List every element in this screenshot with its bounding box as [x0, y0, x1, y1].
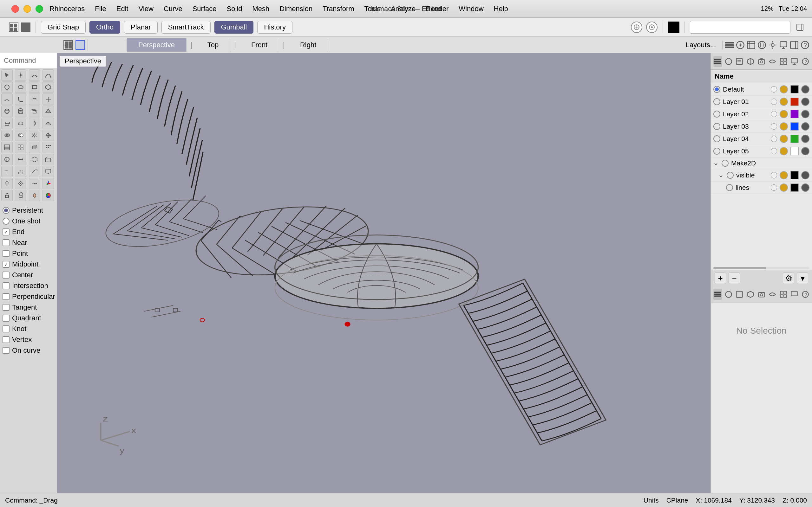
- layer-render-02[interactable]: [801, 110, 809, 118]
- flow-tool[interactable]: [29, 178, 40, 189]
- snap-intersection[interactable]: Intersection: [3, 280, 54, 291]
- dim-tool[interactable]: 3.5: [15, 166, 26, 177]
- render-settings-icon[interactable]: [779, 41, 788, 49]
- sphere-tool[interactable]: [1, 106, 13, 117]
- panel-toggle-right[interactable]: [794, 21, 806, 33]
- layer-mat-03[interactable]: [780, 122, 788, 130]
- snap-perpendicular-checkbox[interactable]: [3, 293, 9, 300]
- layer-scrollbar-thumb[interactable]: [713, 267, 766, 269]
- prop-sculpt-icon[interactable]: [768, 289, 777, 300]
- menu-rhinoceros[interactable]: Rhinoceros: [49, 5, 85, 13]
- layer-vis-lines[interactable]: [771, 184, 777, 191]
- add-layer-button[interactable]: +: [715, 273, 726, 284]
- layer-color-02[interactable]: [791, 110, 799, 118]
- prop-3d-icon[interactable]: [746, 289, 755, 300]
- layer-render-lines[interactable]: [801, 183, 809, 192]
- layer-radio-default[interactable]: [713, 86, 720, 93]
- fillet-tool[interactable]: [15, 94, 26, 105]
- snap-vertex-checkbox[interactable]: [3, 336, 9, 343]
- snap-knot[interactable]: Knot: [3, 324, 54, 334]
- close-button[interactable]: [11, 5, 19, 13]
- snap-target-icon[interactable]: [646, 21, 658, 33]
- tab-top[interactable]: Top: [196, 38, 230, 52]
- layer-vis-04[interactable]: [771, 135, 777, 142]
- circle-tool[interactable]: [1, 81, 13, 93]
- snap-perpendicular[interactable]: Perpendicular: [3, 291, 54, 302]
- lights-tool[interactable]: [1, 178, 13, 189]
- layer-item-01[interactable]: Layer 01: [711, 96, 812, 108]
- cplane-label[interactable]: CPlane: [666, 497, 688, 504]
- layer-vis-01[interactable]: [771, 99, 777, 105]
- snap-point-checkbox[interactable]: [3, 250, 9, 257]
- menu-help[interactable]: Help: [494, 5, 508, 13]
- menu-file[interactable]: File: [95, 5, 106, 13]
- arc-tool[interactable]: [1, 94, 13, 105]
- snap-tool[interactable]: [15, 178, 26, 189]
- surface-from-3pt[interactable]: [43, 106, 54, 117]
- snap-knot-checkbox[interactable]: [3, 326, 9, 332]
- boolean-diff[interactable]: [15, 130, 26, 141]
- snap-tangent[interactable]: Tangent: [3, 302, 54, 313]
- layer-collapse-visible[interactable]: [718, 173, 723, 178]
- snap-oncurve-checkbox[interactable]: [3, 347, 9, 354]
- layer-item-make2d[interactable]: Make2D: [711, 158, 812, 169]
- point-tool[interactable]: [15, 69, 26, 81]
- layer-mat-lines[interactable]: [780, 183, 788, 192]
- layer-render-04[interactable]: [801, 135, 809, 143]
- snap-center[interactable]: Center: [3, 270, 54, 280]
- layer-item-05[interactable]: Layer 05: [711, 145, 812, 158]
- prop-camera-icon[interactable]: [757, 289, 766, 300]
- layer-color-03[interactable]: [791, 122, 799, 130]
- select-tool[interactable]: [1, 69, 13, 81]
- polygon-tool[interactable]: [43, 81, 54, 93]
- layer-mat-01[interactable]: [780, 98, 788, 106]
- layer-radio-visible[interactable]: [727, 172, 734, 179]
- snap-oneshot-radio[interactable]: [3, 218, 9, 225]
- single-viewport-icon[interactable]: [21, 22, 31, 32]
- smart-track-button[interactable]: SmartTrack: [161, 21, 211, 34]
- block-tool[interactable]: [29, 142, 40, 153]
- offset-tool[interactable]: [29, 94, 40, 105]
- burn-tool[interactable]: [29, 190, 40, 201]
- layer-item-04[interactable]: Layer 04: [711, 133, 812, 145]
- snap-midpoint[interactable]: Midpoint: [3, 259, 54, 270]
- environment-tab-icon[interactable]: [757, 41, 766, 49]
- prop-layers-icon[interactable]: [713, 289, 722, 300]
- color-swatch[interactable]: [668, 21, 679, 33]
- snap-oneshot[interactable]: One shot: [3, 216, 54, 227]
- layer-mat-default[interactable]: [780, 85, 788, 94]
- layer-color-05[interactable]: [791, 147, 799, 155]
- single-view-tab-icon[interactable]: [75, 40, 85, 50]
- layer-radio-02[interactable]: [713, 111, 720, 118]
- menu-curve[interactable]: Curve: [164, 5, 183, 13]
- annotation-tool[interactable]: [43, 166, 54, 177]
- layer-vis-default[interactable]: [771, 86, 777, 93]
- layer-radio-05[interactable]: [713, 148, 720, 155]
- help-icon[interactable]: ?: [801, 41, 809, 49]
- layer-radio-make2d[interactable]: [722, 160, 728, 167]
- make2d-tool[interactable]: [43, 154, 54, 165]
- layer-item-visible[interactable]: visible: [711, 169, 812, 181]
- layer-radio-04[interactable]: [713, 135, 720, 142]
- leader-tool[interactable]: [29, 166, 40, 177]
- layer-color-default[interactable]: [791, 85, 799, 94]
- layer-dropdown[interactable]: Default: [690, 21, 791, 34]
- snap-center-checkbox[interactable]: [3, 272, 9, 279]
- layer-mat-02[interactable]: [780, 110, 788, 118]
- menu-transform[interactable]: Transform: [322, 5, 354, 13]
- snap-near[interactable]: Near: [3, 237, 54, 248]
- snap-end[interactable]: End: [3, 227, 54, 237]
- snap-vertex[interactable]: Vertex: [3, 334, 54, 345]
- layer-settings-button[interactable]: ⚙: [783, 273, 794, 284]
- layer-mat-visible[interactable]: [780, 171, 788, 179]
- minimize-button[interactable]: [23, 5, 31, 13]
- tab-front[interactable]: Front: [240, 38, 279, 52]
- display2-tab[interactable]: [790, 56, 799, 67]
- snap-quadrant-checkbox[interactable]: [3, 315, 9, 322]
- grid-snap-button[interactable]: Grid Snap: [41, 21, 86, 34]
- notes-tab[interactable]: [735, 56, 744, 67]
- layer-render-visible[interactable]: [801, 171, 809, 179]
- layer-radio-01[interactable]: [713, 98, 720, 105]
- traffic-lights[interactable]: [11, 5, 43, 13]
- gumball-button[interactable]: Gumball: [214, 21, 254, 34]
